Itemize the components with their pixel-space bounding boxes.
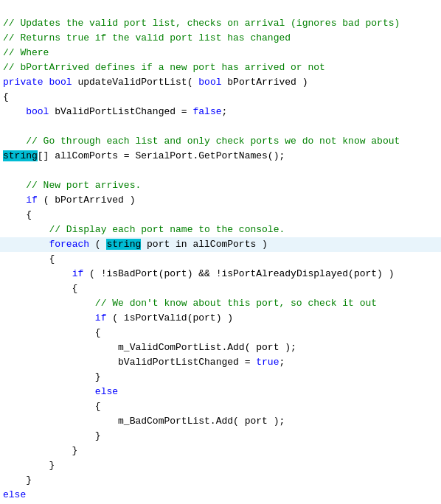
keyword-text: if	[72, 268, 84, 279]
code-line: m_ValidComPortList.Add( port );	[0, 340, 441, 355]
code-line: {	[0, 252, 441, 267]
code-line: private bool updateValidPortList( bool b…	[0, 75, 441, 90]
plain-text	[3, 268, 72, 279]
code-line: // bPortArrived defines if a new port ha…	[0, 60, 441, 75]
keyword-text: bool	[26, 106, 49, 117]
plain-text: {	[3, 283, 77, 294]
keyword-text: else	[95, 386, 118, 397]
code-line	[0, 164, 441, 178]
plain-text	[3, 298, 95, 309]
keyword-text: false	[192, 106, 221, 117]
plain-text: {	[3, 327, 101, 338]
code-line: else	[0, 488, 441, 503]
code-line: // Go through each list and only check p…	[0, 134, 441, 149]
keyword-text: bool	[198, 77, 221, 88]
plain-text: ( !isBadPort(port) && !isPortAlreadyDisp…	[83, 268, 394, 279]
code-line: bool bValidPortListChanged = false;	[0, 105, 441, 119]
plain-text	[3, 136, 26, 147]
comment-text: // New port arrives.	[26, 180, 141, 191]
keyword-text: true	[256, 357, 279, 368]
plain-text: ;	[222, 106, 228, 117]
code-line: else	[0, 385, 441, 399]
keyword-text: if	[26, 195, 38, 206]
plain-text: }	[3, 475, 32, 486]
plain-text: m_BadComPortList.Add( port );	[3, 416, 285, 427]
code-line: }	[0, 458, 441, 473]
code-line: if ( !isBadPort(port) && !isPortAlreadyD…	[0, 267, 441, 281]
keyword-text: if	[95, 312, 107, 323]
comment-text: // Updates the valid port list, checks o…	[3, 18, 400, 29]
comment-text: // Returns true if the valid port list h…	[3, 32, 291, 43]
highlighted-text: string	[106, 239, 141, 250]
plain-text: (	[89, 239, 106, 250]
plain-text: }	[3, 371, 101, 382]
plain-text: bPortArrived )	[222, 77, 308, 88]
comment-text: // Go through each list and only check p…	[26, 136, 400, 147]
plain-text: }	[3, 430, 101, 441]
plain-text: ( isPortValid(port) )	[106, 312, 233, 323]
comment-text: // Display each port name to the console…	[49, 224, 285, 235]
code-line: {	[0, 399, 441, 414]
highlighted-text: string	[3, 150, 38, 161]
plain-text	[3, 106, 26, 117]
code-line: {	[0, 90, 441, 105]
keyword-text: else	[3, 489, 26, 500]
keyword-text: private	[3, 77, 44, 88]
code-line: }	[0, 370, 441, 385]
plain-text: {	[3, 253, 55, 265]
code-line: string[] allComPorts = SerialPort.GetPor…	[0, 149, 441, 164]
plain-text: {	[3, 401, 101, 412]
plain-text: {	[3, 209, 32, 220]
plain-text: }	[3, 460, 55, 471]
code-line: }	[0, 429, 441, 444]
code-line: foreach ( string port in allComPorts )	[0, 237, 441, 252]
code-line: {	[0, 208, 441, 223]
plain-text: updateValidPortList(	[72, 77, 199, 88]
code-line: }	[0, 444, 441, 458]
plain-text: bValidPortListChanged =	[49, 106, 192, 117]
plain-text: port in allComPorts )	[141, 239, 268, 250]
plain-text	[3, 386, 95, 397]
code-line: if ( bPortArrived )	[0, 193, 441, 208]
code-line: // Display each port name to the console…	[0, 223, 441, 237]
plain-text	[3, 224, 49, 235]
plain-text: bValidPortListChanged =	[3, 357, 256, 368]
code-line	[0, 119, 441, 134]
code-line: }	[0, 473, 441, 488]
comment-text: // Where	[3, 47, 49, 58]
plain-text	[3, 180, 26, 191]
code-line: {	[0, 281, 441, 296]
plain-text: ;	[279, 357, 285, 368]
code-line: // Returns true if the valid port list h…	[0, 31, 441, 46]
comment-text: // We don't know about this port, so che…	[95, 298, 377, 309]
keyword-text: foreach	[49, 239, 89, 250]
code-line: // We don't know about this port, so che…	[0, 296, 441, 311]
code-line: // Where	[0, 46, 441, 60]
code-line: // Updates the valid port list, checks o…	[0, 16, 441, 31]
code-line: bValidPortListChanged = true;	[0, 355, 441, 370]
plain-text: m_ValidComPortList.Add( port );	[3, 342, 296, 353]
code-viewer: // Updates the valid port list, checks o…	[0, 0, 441, 504]
plain-text	[3, 239, 49, 250]
plain-text	[3, 312, 95, 323]
code-line: if ( isPortValid(port) )	[0, 311, 441, 326]
code-line: {	[0, 326, 441, 340]
plain-text: ( bPortArrived )	[38, 195, 136, 206]
keyword-text: bool	[49, 77, 72, 88]
comment-text: // bPortArrived defines if a new port ha…	[3, 62, 325, 73]
plain-text	[3, 195, 26, 206]
code-line: // New port arrives.	[0, 178, 441, 193]
code-line: m_BadComPortList.Add( port );	[0, 414, 441, 429]
plain-text: }	[3, 445, 77, 456]
plain-text: [] allComPorts = SerialPort.GetPortNames…	[38, 150, 285, 161]
plain-text: {	[3, 91, 9, 102]
